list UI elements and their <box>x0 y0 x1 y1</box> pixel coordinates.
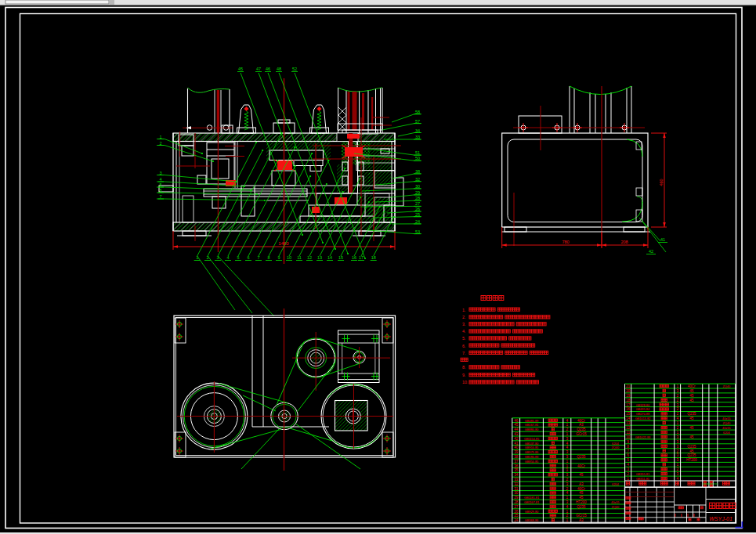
svg-text:40Cr: 40Cr <box>577 487 585 491</box>
svg-text:16: 16 <box>626 407 631 411</box>
svg-text:34: 34 <box>415 128 420 133</box>
svg-text:18: 18 <box>371 255 376 260</box>
svg-text:11: 11 <box>297 255 302 260</box>
svg-text:6204: 6204 <box>612 483 618 486</box>
svg-text:5.: 5. <box>462 336 466 341</box>
svg-text:40Cr: 40Cr <box>577 464 585 468</box>
svg-text:41: 41 <box>514 442 519 446</box>
svg-text:10.: 10. <box>462 380 468 384</box>
svg-text:24: 24 <box>415 219 420 224</box>
svg-text:GB180-83: GB180-83 <box>525 456 538 459</box>
svg-text:33: 33 <box>415 135 420 139</box>
svg-text:25: 25 <box>514 514 519 518</box>
svg-text:20: 20 <box>626 389 631 393</box>
svg-text:HT200: HT200 <box>686 458 697 462</box>
svg-text:GB537-80: GB537-80 <box>525 442 538 446</box>
svg-text:14: 14 <box>327 255 332 260</box>
svg-text:47: 47 <box>256 67 261 71</box>
svg-text:40Cr: 40Cr <box>577 419 585 423</box>
svg-text:8.: 8. <box>462 365 466 370</box>
svg-text:A3: A3 <box>579 423 584 427</box>
svg-text:GB850-85: GB850-85 <box>525 460 538 464</box>
svg-text:Q235: Q235 <box>577 505 586 509</box>
svg-text:8: 8 <box>267 255 269 260</box>
svg-text:A3: A3 <box>579 482 584 486</box>
svg-text:18: 18 <box>626 399 631 402</box>
svg-text:45: 45 <box>579 473 584 477</box>
svg-text:GB1167-81: GB1167-81 <box>524 501 539 504</box>
svg-text:5: 5 <box>159 182 161 187</box>
svg-text:45: 45 <box>689 449 694 453</box>
svg-text:38: 38 <box>514 455 519 459</box>
svg-text:45: 45 <box>579 496 584 500</box>
svg-text:27: 27 <box>514 505 519 509</box>
svg-text:45: 45 <box>514 423 519 427</box>
svg-text:GB270-88: GB270-88 <box>636 413 649 416</box>
svg-text:57: 57 <box>415 119 420 124</box>
svg-text:GB355-81: GB355-81 <box>636 473 649 476</box>
svg-text:ZQ40: ZQ40 <box>723 422 731 425</box>
svg-text:27: 27 <box>415 201 420 206</box>
svg-text:ZQ40: ZQ40 <box>723 385 731 388</box>
svg-text:12: 12 <box>626 426 631 430</box>
svg-text:7: 7 <box>257 255 259 260</box>
svg-text:3: 3 <box>159 171 161 175</box>
svg-text:GB311-81: GB311-81 <box>636 478 649 481</box>
svg-text:40x55: 40x55 <box>611 501 619 504</box>
svg-text:17: 17 <box>359 255 364 260</box>
svg-text:34: 34 <box>514 473 519 477</box>
svg-text:9: 9 <box>277 255 280 260</box>
svg-text:24: 24 <box>514 518 519 522</box>
svg-text:GB485-89: GB485-89 <box>525 420 538 423</box>
svg-text:GB1181-81: GB1181-81 <box>524 496 539 500</box>
svg-text:ZQ40: ZQ40 <box>612 506 620 509</box>
svg-text:Q235: Q235 <box>687 412 696 416</box>
svg-text:GB368-86: GB368-86 <box>525 519 538 522</box>
svg-text:44: 44 <box>514 428 519 431</box>
svg-text:41: 41 <box>660 237 665 242</box>
svg-text:10: 10 <box>626 435 631 439</box>
svg-text:45: 45 <box>689 435 694 439</box>
svg-text:4.: 4. <box>462 329 466 334</box>
svg-text:GB328-80: GB328-80 <box>636 404 649 407</box>
svg-text:45: 45 <box>579 491 584 495</box>
svg-text:7.: 7. <box>462 351 466 355</box>
svg-text:11: 11 <box>626 431 630 435</box>
svg-text:460: 460 <box>659 179 664 186</box>
svg-text:30: 30 <box>514 491 519 495</box>
svg-text:12: 12 <box>307 255 312 260</box>
svg-text:13: 13 <box>626 421 631 425</box>
svg-text:1: 1 <box>196 255 198 260</box>
svg-text:Q235: Q235 <box>687 453 696 457</box>
svg-text:GB495-84: GB495-84 <box>636 408 649 411</box>
svg-text:GB1013-82: GB1013-82 <box>635 417 650 420</box>
svg-text:51: 51 <box>415 150 420 155</box>
svg-text:GB979-86: GB979-86 <box>525 451 538 454</box>
svg-text:21: 21 <box>626 384 631 388</box>
svg-text:45: 45 <box>689 426 694 430</box>
svg-text:ZQ40: ZQ40 <box>612 446 620 449</box>
svg-text:26: 26 <box>415 207 420 211</box>
svg-text:52: 52 <box>292 67 297 71</box>
svg-text:45: 45 <box>689 399 694 402</box>
svg-text:45: 45 <box>689 394 694 398</box>
svg-text:25: 25 <box>415 212 420 217</box>
svg-text:6204: 6204 <box>612 442 618 446</box>
svg-text:16: 16 <box>352 255 356 260</box>
svg-text:9.: 9. <box>462 373 466 377</box>
svg-text:780: 780 <box>562 240 569 244</box>
svg-text:48: 48 <box>277 67 281 71</box>
svg-text:42: 42 <box>649 249 653 254</box>
svg-text:208: 208 <box>620 240 628 244</box>
svg-text:35: 35 <box>514 468 519 472</box>
svg-text:19: 19 <box>626 394 631 398</box>
svg-text:46: 46 <box>266 67 270 71</box>
svg-text:GCr15: GCr15 <box>576 514 587 518</box>
svg-text:5: 5 <box>237 255 239 260</box>
svg-text:38: 38 <box>415 169 420 174</box>
svg-text:GB1022-83: GB1022-83 <box>635 436 650 439</box>
svg-text:7: 7 <box>159 194 161 199</box>
svg-text:Q235: Q235 <box>577 428 586 431</box>
svg-text:40: 40 <box>514 446 519 449</box>
svg-text:46: 46 <box>514 419 519 423</box>
